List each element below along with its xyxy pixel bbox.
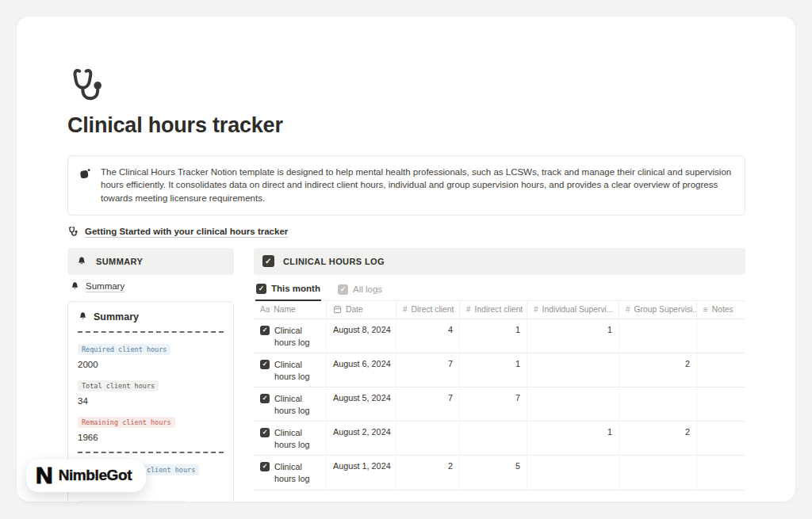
column-header-indirect-client[interactable]: # Indirect client: [460, 301, 527, 319]
column-header-label: Group Supervisi...: [634, 305, 697, 314]
checked-checkbox-icon: [260, 462, 270, 471]
cell-notes[interactable]: [697, 387, 745, 421]
summary-card-title: Summary: [94, 311, 139, 322]
column-header-label: Date: [346, 305, 363, 314]
stat-value: 2000: [78, 360, 224, 370]
column-header-group-supervision[interactable]: # Group Supervisi...: [619, 301, 697, 319]
tab-this-month[interactable]: This month: [255, 280, 321, 301]
nimblegot-brand-name: NimbleGot: [59, 467, 132, 484]
stat-total-direct-client-hours: Total Direct client hours 20: [78, 498, 224, 502]
stat-total-client-hours: Total client hours 34: [78, 377, 224, 406]
cell-name[interactable]: Clinical hours log: [254, 319, 327, 353]
cell-individual-supervision[interactable]: 1: [527, 319, 619, 353]
cell-date[interactable]: August 5, 2024: [327, 387, 396, 421]
column-header-label: Individual Supervi...: [542, 305, 614, 314]
column-header-name[interactable]: Aa Name: [254, 301, 327, 319]
cell-direct-client[interactable]: [396, 422, 460, 455]
cell-individual-supervision[interactable]: 1: [527, 422, 619, 455]
cell-name[interactable]: Clinical hours log: [254, 422, 327, 455]
cell-notes[interactable]: [697, 319, 745, 353]
cell-group-supervision[interactable]: [619, 319, 697, 353]
stat-value: 34: [78, 396, 224, 406]
table-row: Clinical hours log August 6, 2024 7 1 2: [254, 353, 745, 387]
bell-icon: [78, 311, 88, 322]
cell-group-supervision[interactable]: [619, 456, 697, 489]
cell-direct-client[interactable]: 7: [396, 353, 460, 387]
column-header-label: Name: [274, 305, 295, 314]
row-title: Clinical hours log: [274, 359, 320, 382]
table-row: Clinical hours log August 2, 2024 1 2: [254, 422, 745, 456]
summary-section-label: SUMMARY: [96, 257, 143, 266]
cell-date[interactable]: August 8, 2024: [327, 319, 396, 353]
stat-label-badge: Required client hours: [78, 344, 170, 355]
stat-label-badge: Remaining client hours: [78, 417, 175, 428]
column-header-date[interactable]: Date: [327, 301, 396, 319]
number-icon: #: [626, 305, 630, 314]
stethoscope-small-icon: [67, 226, 79, 237]
sidebar-item-summary[interactable]: Summary: [67, 275, 234, 298]
cell-indirect-client[interactable]: 7: [460, 387, 527, 421]
stat-label-badge: Total Direct client hours: [78, 501, 187, 502]
checked-checkbox-icon: [262, 255, 274, 267]
cell-name[interactable]: Clinical hours log: [254, 387, 327, 421]
tab-label: All logs: [353, 284, 382, 294]
stat-value: 1966: [78, 433, 224, 443]
column-header-direct-client[interactable]: # Direct client: [396, 301, 460, 319]
cell-date[interactable]: August 1, 2024: [327, 456, 396, 489]
stat-required-client-hours: Required client hours 2000: [78, 341, 224, 370]
cell-direct-client[interactable]: 7: [396, 387, 460, 421]
row-title: Clinical hours log: [274, 325, 320, 348]
cell-direct-client[interactable]: 2: [396, 456, 460, 489]
column-header-notes[interactable]: ≡ Notes: [697, 301, 745, 319]
row-title: Clinical hours log: [274, 393, 320, 416]
cell-indirect-client[interactable]: 5: [460, 456, 527, 489]
cell-individual-supervision[interactable]: [527, 456, 619, 489]
cell-indirect-client[interactable]: 1: [460, 319, 527, 353]
table-row: Clinical hours log August 1, 2024 2 5: [254, 456, 745, 490]
cell-date[interactable]: August 6, 2024: [327, 353, 396, 387]
cell-indirect-client[interactable]: [460, 422, 527, 455]
cell-group-supervision[interactable]: [619, 387, 697, 421]
cell-indirect-client[interactable]: 1: [460, 353, 527, 387]
bell-icon: [76, 256, 87, 267]
getting-started-link[interactable]: Getting Started with your clinical hours…: [67, 226, 745, 237]
checked-checkbox-icon: [260, 394, 270, 403]
tab-all-logs[interactable]: All logs: [337, 280, 383, 301]
clinical-hours-table: Aa Name: [254, 301, 745, 490]
getting-started-label: Getting Started with your clinical hours…: [85, 227, 288, 236]
callout-icon: [79, 167, 92, 181]
table-row: Clinical hours log August 8, 2024 4 1 1: [254, 319, 745, 353]
checked-checkbox-icon: [260, 326, 270, 335]
row-title: Clinical hours log: [274, 461, 320, 484]
number-icon: #: [534, 305, 538, 314]
column-header-individual-supervision[interactable]: # Individual Supervi...: [527, 301, 619, 319]
row-title: Clinical hours log: [274, 427, 320, 450]
checked-checkbox-icon: [260, 428, 270, 437]
log-column: CLINICAL HOURS LOG This month All logs: [254, 248, 745, 502]
clinical-hours-log-section-label: CLINICAL HOURS LOG: [283, 257, 385, 266]
cell-individual-supervision[interactable]: [527, 353, 619, 387]
cell-date[interactable]: August 2, 2024: [327, 422, 396, 455]
cell-name[interactable]: Clinical hours log: [254, 353, 327, 387]
nimblegot-watermark[interactable]: N NimbleGot: [26, 460, 146, 492]
cell-individual-supervision[interactable]: [527, 387, 619, 421]
two-column-layout: SUMMARY Summary: [67, 248, 745, 502]
cell-group-supervision[interactable]: 2: [619, 422, 697, 455]
number-icon: #: [466, 305, 471, 314]
stat-remaining-client-hours: Remaining client hours 1966: [78, 414, 224, 443]
nimblegot-logo-icon: N: [36, 464, 53, 487]
cell-notes[interactable]: [697, 422, 745, 455]
cell-group-supervision[interactable]: 2: [619, 353, 697, 387]
summary-section-header[interactable]: SUMMARY: [67, 248, 234, 275]
cell-direct-client[interactable]: 4: [396, 319, 460, 353]
cell-notes[interactable]: [697, 353, 745, 387]
cell-name[interactable]: Clinical hours log: [254, 456, 327, 489]
checked-checkbox-icon: [338, 284, 348, 295]
checked-checkbox-icon: [256, 284, 266, 294]
log-view-tabs: This month All logs: [254, 280, 745, 301]
clinical-hours-log-section-header[interactable]: CLINICAL HOURS LOG: [254, 248, 745, 275]
dashed-divider: [78, 331, 224, 333]
stethoscope-icon: [67, 66, 105, 104]
description-callout: The Clinical Hours Tracker Notion templa…: [67, 155, 745, 216]
cell-notes[interactable]: [697, 456, 745, 489]
